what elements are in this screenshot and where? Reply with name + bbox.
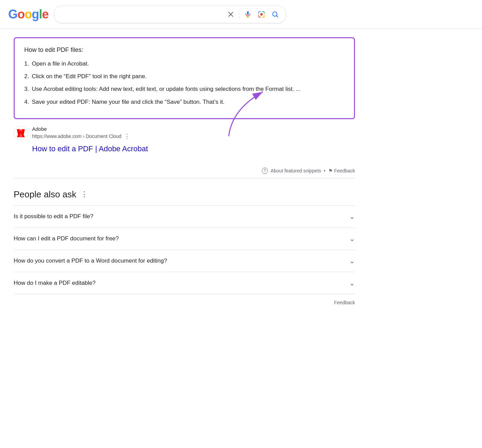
- paa-question-1: Is it possible to edit a PDF file?: [14, 213, 93, 220]
- source-name: Adobe: [32, 126, 130, 132]
- step-text-2: Click on the “Edit PDF” tool in the righ…: [32, 72, 146, 81]
- logo-o1: o: [17, 7, 25, 21]
- paa-question-2: How can I edit a PDF document for free?: [14, 235, 119, 242]
- arrow-svg: [218, 82, 280, 143]
- source-menu-icon[interactable]: ⋮: [124, 132, 130, 140]
- chevron-down-icon-2: ⌄: [349, 235, 355, 243]
- flag-icon: ⚑: [328, 168, 333, 173]
- search-icon: [271, 11, 279, 18]
- step-text-1: Open a file in Acrobat.: [32, 59, 89, 68]
- paa-item-3[interactable]: How do you convert a PDF to a Word docum…: [14, 250, 355, 272]
- feedback-button[interactable]: ⚑ Feedback: [328, 168, 355, 173]
- lens-search-button[interactable]: [256, 9, 267, 19]
- snippets-feedback-row: ? About featured snippets • ⚑ Feedback: [14, 164, 355, 178]
- source-url: https://www.adobe.com › Document Cloud: [32, 134, 121, 139]
- paa-question-3: How do you convert a PDF to a Word docum…: [14, 257, 167, 264]
- chevron-down-icon-1: ⌄: [349, 212, 355, 221]
- svg-rect-2: [247, 11, 249, 15]
- search-input[interactable]: how do I edit pdf: [60, 11, 222, 18]
- bottom-feedback-button[interactable]: Feedback: [334, 300, 355, 305]
- result-link-row: How to edit a PDF | Adobe Acrobat: [14, 143, 362, 153]
- paa-item-4[interactable]: How do I make a PDF editable? ⌄: [14, 272, 355, 294]
- bottom-feedback-row: Feedback: [14, 294, 355, 311]
- adobe-icon: [16, 128, 26, 138]
- logo-l: l: [39, 7, 42, 21]
- header: Google how do I edit pdf: [0, 0, 482, 29]
- snippet-title: How to edit PDF files:: [24, 46, 344, 54]
- google-logo: Google: [8, 7, 48, 22]
- paa-header: People also ask ⋮: [14, 189, 355, 200]
- step-num-2: 2.: [24, 72, 29, 81]
- clear-button[interactable]: [226, 10, 236, 19]
- close-icon: [227, 11, 234, 18]
- lens-icon: [258, 11, 265, 18]
- paa-title: People also ask: [14, 189, 76, 200]
- logo-g2: g: [32, 7, 39, 21]
- logo-o2: o: [25, 7, 32, 21]
- snippet-list: 1. Open a file in Acrobat. 2. Click on t…: [24, 59, 344, 107]
- snippet-step-2: 2. Click on the “Edit PDF” tool in the r…: [24, 72, 344, 81]
- step-text-4: Save your edited PDF: Name your file and…: [32, 97, 224, 107]
- search-bar: how do I edit pdf: [54, 5, 286, 23]
- purple-arrow-annotation: [218, 82, 280, 144]
- paa-section: People also ask ⋮ Is it possible to edit…: [14, 189, 355, 294]
- step-num-1: 1.: [24, 59, 29, 68]
- search-divider: [239, 10, 239, 18]
- svg-line-7: [277, 16, 278, 17]
- chevron-down-icon-3: ⌄: [349, 257, 355, 265]
- step-num-4: 4.: [24, 97, 29, 107]
- feedback-label: Feedback: [334, 168, 355, 173]
- source-info: Adobe https://www.adobe.com › Document C…: [32, 126, 130, 140]
- chevron-down-icon-4: ⌄: [349, 279, 355, 287]
- step-num-3: 3.: [24, 84, 29, 94]
- source-row: Adobe https://www.adobe.com › Document C…: [14, 126, 362, 140]
- voice-search-button[interactable]: [243, 9, 253, 19]
- search-button[interactable]: [270, 9, 280, 19]
- question-circle-icon: ?: [262, 168, 268, 174]
- search-icons: [226, 9, 280, 19]
- featured-snippet: How to edit PDF files: 1. Open a file in…: [14, 37, 355, 119]
- microphone-icon: [244, 11, 252, 18]
- main-content: How to edit PDF files: 1. Open a file in…: [0, 29, 375, 319]
- source-url-row: https://www.adobe.com › Document Cloud ⋮: [32, 132, 130, 140]
- snippet-step-4: 4. Save your edited PDF: Name your file …: [24, 97, 344, 107]
- paa-question-4: How do I make a PDF editable?: [14, 280, 96, 286]
- snippet-step-3: 3. Use Acrobat editing tools: Add new te…: [24, 84, 344, 94]
- snippet-step-1: 1. Open a file in Acrobat.: [24, 59, 344, 68]
- paa-item-1[interactable]: Is it possible to edit a PDF file? ⌄: [14, 205, 355, 227]
- result-link[interactable]: How to edit a PDF | Adobe Acrobat: [32, 144, 148, 153]
- about-snippets-link[interactable]: About featured snippets: [271, 168, 321, 173]
- svg-point-5: [260, 13, 263, 15]
- dot-separator: •: [324, 168, 326, 173]
- paa-menu-icon[interactable]: ⋮: [81, 190, 88, 199]
- logo-g: G: [8, 7, 17, 21]
- logo-e: e: [42, 7, 48, 21]
- adobe-logo: [14, 126, 28, 140]
- paa-item-2[interactable]: How can I edit a PDF document for free? …: [14, 227, 355, 250]
